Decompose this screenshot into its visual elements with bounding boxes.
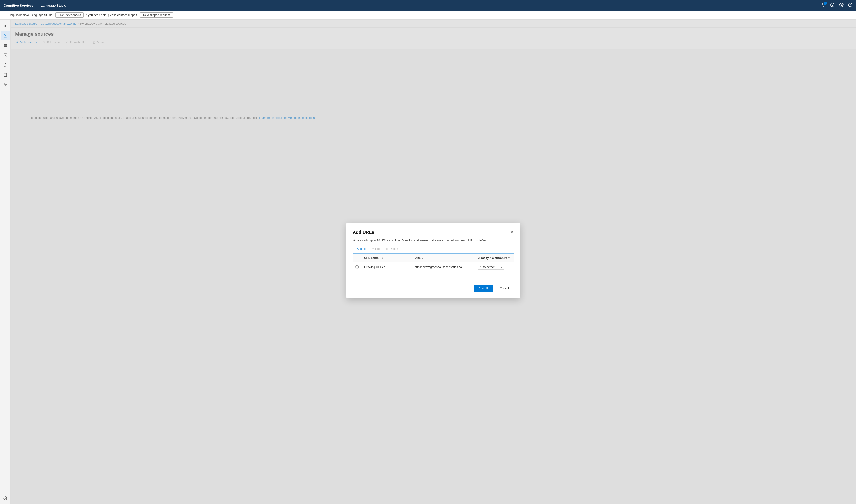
table-col-url[interactable]: URL ∨ [412, 254, 475, 262]
settings-icon[interactable] [839, 3, 843, 8]
table-row: Growing Chillies https://www.greenhouses… [353, 262, 514, 272]
nav-right: 1 [821, 3, 853, 8]
add-url-label: Add url [357, 247, 366, 250]
modal-delete-icon: 🗑 [386, 247, 389, 250]
col-classify-label: Classify file structure [478, 256, 507, 259]
sidebar: » [0, 20, 11, 504]
col-url-chevron-icon: ∨ [422, 256, 423, 259]
notification-icon[interactable]: 1 [821, 3, 826, 8]
help-icon[interactable] [848, 3, 853, 8]
cognitive-services-label: Cognitive Services [3, 3, 33, 7]
content-area: Language Studio › Custom question answer… [11, 20, 856, 504]
sidebar-item-menu[interactable] [1, 41, 10, 50]
add-url-icon: + [354, 247, 356, 250]
modal-title: Add URLs [353, 230, 374, 235]
sidebar-item-settings[interactable] [1, 494, 10, 503]
add-url-button[interactable]: + Add url [353, 246, 368, 251]
table-col-url-name[interactable]: URL name ↓ ∨ [361, 254, 412, 262]
modal-description: You can add up to 10 URLs at a time. Que… [353, 238, 514, 242]
table-body: Growing Chillies https://www.greenhouses… [353, 262, 514, 272]
col-url-name-label: URL name [364, 256, 378, 259]
add-all-button[interactable]: Add all [474, 285, 493, 292]
sidebar-item-home[interactable] [1, 31, 10, 40]
sidebar-item-knowledge[interactable] [1, 70, 10, 79]
modal-close-button[interactable]: × [510, 229, 514, 235]
modal-delete-label: Delete [390, 247, 398, 250]
notification-badge: 1 [823, 2, 827, 5]
feedback-info-icon: ⓘ [3, 13, 6, 17]
modal-footer: Add all Cancel [353, 281, 514, 292]
sidebar-expand-btn[interactable]: » [1, 21, 10, 30]
classify-select[interactable]: Auto-detect Basic [478, 264, 504, 270]
table-header: URL name ↓ ∨ URL ∨ [353, 254, 514, 262]
col-url-name-sort-icon: ↓ [379, 256, 381, 259]
row-url-cell: https://www.greenhousesensation.co... [412, 262, 475, 272]
sidebar-item-analytics[interactable] [1, 80, 10, 89]
nav-brand: Cognitive Services | Language Studio [3, 3, 66, 8]
urls-table: URL name ↓ ∨ URL ∨ [353, 254, 514, 272]
modal-edit-label: Edit [375, 247, 380, 250]
row-classify-cell: Auto-detect Basic [475, 262, 514, 272]
svg-point-0 [831, 3, 834, 7]
sidebar-item-create[interactable] [1, 51, 10, 60]
col-url-label: URL [415, 256, 421, 259]
top-nav: Cognitive Services | Language Studio 1 [0, 0, 856, 11]
modal-edit-button[interactable]: ✎ Edit [371, 246, 381, 251]
feedback-button[interactable]: Give us feedback! [55, 13, 83, 18]
svg-point-12 [5, 498, 6, 499]
feedback-help-text: Help us improve Language Studio. [9, 13, 53, 17]
classify-select-wrapper: Auto-detect Basic [478, 264, 504, 270]
row-url-name: Growing Chillies [364, 265, 385, 269]
col-classify-chevron-icon: ∨ [508, 256, 510, 259]
row-name-cell: Growing Chillies [361, 262, 412, 272]
main-layout: » Language Studio › Custom question answ… [0, 20, 856, 504]
sidebar-item-deploy[interactable] [1, 60, 10, 70]
col-url-name-chevron-icon: ∨ [382, 256, 384, 259]
table-col-classify[interactable]: Classify file structure ∨ [475, 254, 514, 262]
modal-header: Add URLs × [353, 229, 514, 235]
add-urls-modal: Add URLs × You can add up to 10 URLs at … [346, 223, 520, 298]
support-button[interactable]: New support request [140, 13, 173, 18]
smiley-icon[interactable] [830, 3, 835, 8]
row-radio-button[interactable] [355, 265, 359, 269]
modal-delete-button[interactable]: 🗑 Delete [385, 246, 399, 251]
row-url-value: https://www.greenhousesensation.co... [415, 265, 464, 269]
nav-divider: | [37, 3, 38, 8]
row-radio-cell [353, 262, 361, 272]
feedback-bar: ⓘ Help us improve Language Studio. Give … [0, 11, 856, 20]
cancel-button[interactable]: Cancel [495, 285, 514, 292]
modal-edit-icon: ✎ [372, 247, 374, 250]
table-col-select [353, 254, 361, 262]
language-studio-label: Language Studio [41, 3, 66, 7]
modal-toolbar: + Add url ✎ Edit 🗑 Delete [353, 246, 514, 254]
support-text: If you need help, please contact support… [86, 13, 138, 17]
svg-point-3 [841, 4, 842, 5]
